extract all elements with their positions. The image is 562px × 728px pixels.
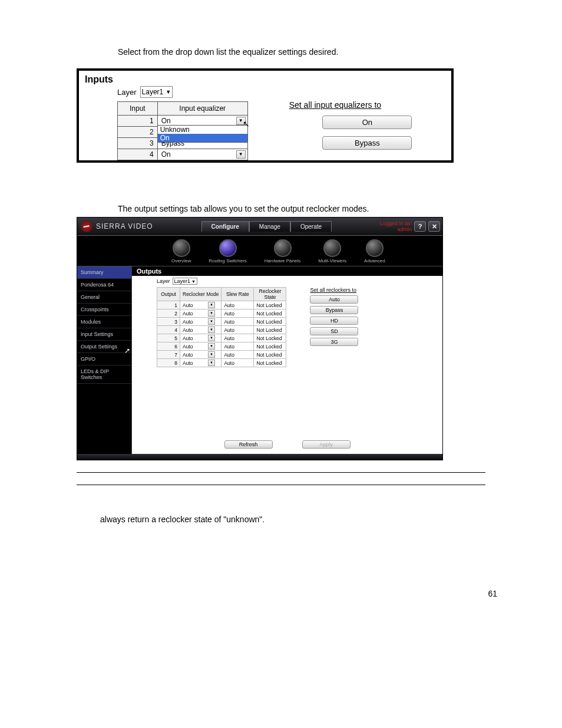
- chevron-down-icon[interactable]: ▼: [208, 343, 215, 350]
- sidebar-item-modules[interactable]: Modules: [77, 316, 131, 328]
- slew-rate-cell: Auto: [222, 326, 254, 334]
- output-idx: 7: [157, 351, 180, 359]
- set-all-on-button[interactable]: On: [322, 116, 412, 129]
- outputs-table: Output Reclocker Mode Slew Rate Reclocke…: [157, 287, 286, 367]
- bottom-note: always return a reclocker state of "unkn…: [100, 515, 521, 524]
- chevron-down-icon[interactable]: ▼: [208, 327, 215, 333]
- sub-nav: Overview Routing Switchers Hardware Pane…: [77, 236, 442, 266]
- output-idx: 6: [157, 342, 180, 351]
- reclock-auto-button[interactable]: Auto: [310, 295, 358, 304]
- intro-text: Select from the drop down list the equal…: [118, 47, 521, 57]
- reclocker-state-cell: Not Locked: [254, 326, 286, 334]
- layer-label: Layer: [117, 88, 137, 97]
- apply-button[interactable]: Apply: [302, 440, 351, 449]
- chevron-down-icon[interactable]: ▼: [208, 360, 215, 366]
- dd-option-on[interactable]: On: [158, 134, 247, 142]
- input-idx: 4: [118, 149, 158, 160]
- reclocker-mode-select[interactable]: Auto▼: [180, 334, 222, 342]
- chevron-down-icon[interactable]: ▼: [236, 150, 246, 159]
- layer-label: Layer: [157, 278, 170, 284]
- output-idx: 3: [157, 318, 180, 326]
- reclocker-state-cell: Not Locked: [254, 334, 286, 342]
- col-slew-rate: Slew Rate: [222, 288, 254, 301]
- bottom-strip: [77, 454, 442, 460]
- sidebar-item-summary[interactable]: Summary: [77, 266, 131, 279]
- content-area: Outputs Layer Layer1 Output Reclocker Mo…: [132, 266, 442, 454]
- reclocker-mode-select[interactable]: Auto▼: [180, 326, 222, 334]
- tab-configure[interactable]: Configure: [201, 221, 249, 232]
- refresh-button[interactable]: Refresh: [224, 440, 273, 449]
- help-icon[interactable]: ?: [414, 221, 426, 232]
- inputs-title: Inputs: [85, 74, 445, 85]
- output-idx: 4: [157, 326, 180, 334]
- reclock-bypass-button[interactable]: Bypass: [310, 306, 358, 314]
- output-idx: 5: [157, 334, 180, 342]
- reclocker-mode-select[interactable]: Auto▼: [180, 359, 222, 367]
- reclocker-mode-select[interactable]: Auto▼: [180, 351, 222, 359]
- set-all-reclockers-label: Set all reclockers to: [310, 287, 358, 293]
- reclocker-state-cell: Not Locked: [254, 318, 286, 326]
- layer-select[interactable]: Layer1: [140, 86, 173, 98]
- reclocker-mode-select[interactable]: Auto▼: [180, 342, 222, 351]
- chevron-down-icon[interactable]: ▼: [208, 318, 215, 325]
- tab-manage[interactable]: Manage: [249, 221, 290, 232]
- col-reclocker-mode: Reclocker Mode: [180, 288, 222, 301]
- layer-select[interactable]: Layer1: [173, 278, 197, 285]
- dd-option-unknown[interactable]: Unknown: [158, 126, 247, 134]
- output-idx: 8: [157, 359, 180, 367]
- sidebar: Summary Ponderosa 64 General Crosspoints…: [77, 266, 132, 454]
- slew-rate-cell: Auto: [222, 309, 254, 318]
- sidebar-item-ponderosa[interactable]: Ponderosa 64: [77, 279, 131, 291]
- input-idx: 1: [118, 116, 158, 127]
- equalizer-table: Input Input equalizer 1 On ▼ ↖ Unknown O…: [117, 101, 248, 160]
- input-idx: 2: [118, 127, 158, 138]
- reclocker-mode-select[interactable]: Auto▼: [180, 309, 222, 318]
- separator: [77, 485, 485, 485]
- logged-in-label: Logged in as: admin: [380, 220, 412, 232]
- set-all-label: Set all input equalizers to: [289, 100, 445, 110]
- subnav-multi-viewers[interactable]: Multi-Viewers: [318, 239, 346, 263]
- slew-rate-cell: Auto: [222, 318, 254, 326]
- chevron-down-icon[interactable]: ▼: [208, 351, 215, 358]
- equalizer-select[interactable]: On ▼ ↖ Unknown On: [157, 116, 247, 127]
- page-number: 61: [41, 589, 497, 598]
- reclocker-mode-select[interactable]: Auto▼: [180, 301, 222, 309]
- app-window: SIERRA VIDEO Configure Manage Operate Lo…: [77, 217, 443, 460]
- sidebar-item-output-settings[interactable]: Output Settings: [77, 341, 131, 353]
- sidebar-item-input-settings[interactable]: Input Settings: [77, 328, 131, 341]
- col-reclocker-state: Reclocker State: [254, 288, 286, 301]
- slew-rate-cell: Auto: [222, 351, 254, 359]
- subnav-hardware-panels[interactable]: Hardware Panels: [265, 239, 300, 263]
- cursor-icon: ↖: [243, 119, 250, 129]
- sidebar-item-crosspoints[interactable]: Crosspoints: [77, 304, 131, 316]
- sidebar-item-gpio[interactable]: GPI/O: [77, 353, 131, 365]
- chevron-down-icon[interactable]: ▼: [208, 302, 215, 308]
- slew-rate-cell: Auto: [222, 342, 254, 351]
- output-idx: 1: [157, 301, 180, 309]
- equalizer-select[interactable]: On ▼: [157, 149, 247, 160]
- logout-icon[interactable]: ✕: [428, 221, 440, 232]
- reclocker-mode-select[interactable]: Auto▼: [180, 318, 222, 326]
- chevron-down-icon[interactable]: ▼: [208, 335, 215, 341]
- subnav-advanced[interactable]: Advanced: [364, 239, 385, 263]
- input-idx: 3: [118, 138, 158, 149]
- logo-icon: [81, 220, 92, 232]
- separator: [77, 472, 485, 473]
- chevron-down-icon[interactable]: ▼: [208, 310, 215, 317]
- reclock-sd-button[interactable]: SD: [310, 327, 358, 335]
- subnav-overview[interactable]: Overview: [171, 239, 191, 263]
- slew-rate-cell: Auto: [222, 334, 254, 342]
- set-all-bypass-button[interactable]: Bypass: [322, 136, 412, 150]
- reclocker-state-cell: Not Locked: [254, 351, 286, 359]
- reclocker-state-cell: Not Locked: [254, 301, 286, 309]
- inputs-panel: Inputs Layer Layer1 Input Input equalize…: [77, 68, 454, 163]
- reclock-3g-button[interactable]: 3G: [310, 338, 358, 346]
- top-bar: SIERRA VIDEO Configure Manage Operate Lo…: [77, 218, 442, 236]
- sidebar-item-general[interactable]: General: [77, 291, 131, 304]
- subnav-routing-switchers[interactable]: Routing Switchers: [209, 239, 246, 263]
- equalizer-dropdown-open[interactable]: Unknown On: [157, 125, 248, 143]
- reclock-hd-button[interactable]: HD: [310, 317, 358, 325]
- outputs-title: Outputs: [132, 266, 442, 276]
- sidebar-item-leds-dip[interactable]: LEDs & DIP Switches: [77, 365, 131, 384]
- tab-operate[interactable]: Operate: [290, 221, 332, 232]
